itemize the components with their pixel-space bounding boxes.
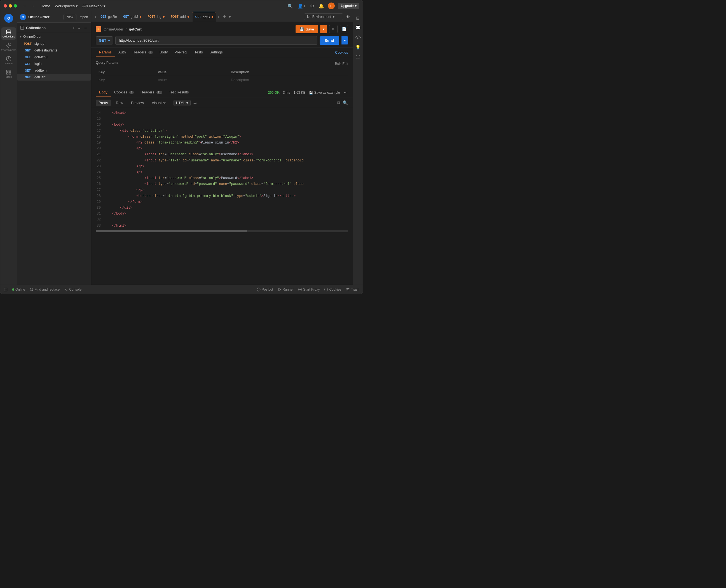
tab-settings[interactable]: Settings xyxy=(206,48,226,57)
runner-button[interactable]: Runner xyxy=(278,288,294,292)
find-replace-button[interactable]: Find and replace xyxy=(30,288,60,292)
collection-item-getcart[interactable]: GET getCart xyxy=(17,74,91,81)
environment-selector[interactable]: No Environment ▾ xyxy=(304,14,343,20)
workspace-avatar[interactable]: O xyxy=(4,14,13,23)
nav-fwd-button[interactable]: → xyxy=(30,3,36,9)
code-button[interactable]: </> xyxy=(354,33,362,42)
nav-back-button[interactable]: ← xyxy=(22,3,28,9)
more-options-button[interactable]: ··· xyxy=(83,25,88,30)
format-selector[interactable]: HTML ▾ xyxy=(174,100,190,106)
sort-collections-button[interactable]: ≡ xyxy=(77,25,81,30)
response-status: 200 OK 3 ms 1.63 KB 💾 Save as example ··… xyxy=(268,89,348,96)
tab-prereq[interactable]: Pre-req. xyxy=(171,48,191,57)
close-button[interactable] xyxy=(4,4,7,7)
home-link[interactable]: Home xyxy=(41,4,51,8)
collections-panel: O OnlineOrder New Import Collections + ≡… xyxy=(17,12,91,285)
add-tab-button[interactable]: + xyxy=(222,13,227,20)
edit-icon-button[interactable]: ✏ xyxy=(329,25,338,33)
collections-label: Collections xyxy=(2,35,15,38)
tab-auth[interactable]: Auth xyxy=(115,48,129,57)
docs-icon-button[interactable]: 📄 xyxy=(340,25,348,33)
start-proxy-button[interactable]: Start Proxy xyxy=(298,288,320,292)
api-network-dropdown[interactable]: API Network ▾ xyxy=(82,4,105,8)
tab-getc[interactable]: GET getC xyxy=(193,12,216,22)
upgrade-button[interactable]: Upgrade ▾ xyxy=(338,3,359,9)
response-tab-test-results[interactable]: Test Results xyxy=(166,88,192,97)
env-manage-button[interactable]: 👁 xyxy=(345,14,350,20)
tab-getre[interactable]: GET getRe xyxy=(98,12,120,22)
tab-headers[interactable]: Headers 7 xyxy=(129,48,156,57)
collection-item-additem[interactable]: GET addItem xyxy=(17,67,91,74)
code-tab-raw[interactable]: Raw xyxy=(113,100,126,106)
comments-button[interactable]: 💬 xyxy=(354,23,362,32)
code-line-19: 19 <h2 class="form-signin-heading">Pleas… xyxy=(91,140,352,146)
word-wrap-button[interactable]: ⇌ xyxy=(193,100,197,106)
right-panel-toggle[interactable]: ⊟ xyxy=(355,14,361,22)
tabs-more-button[interactable]: ▾ xyxy=(227,14,232,20)
bulk-edit-button[interactable]: ··· Bulk Edit xyxy=(331,62,348,66)
new-button[interactable]: New xyxy=(63,14,76,20)
tabs-prev-button[interactable]: ‹ xyxy=(94,14,97,20)
workspaces-dropdown[interactable]: Workspaces ▾ xyxy=(55,4,78,8)
add-collection-button[interactable]: + xyxy=(72,25,76,30)
panel-toggle-button[interactable] xyxy=(4,288,7,292)
console-button[interactable]: Console xyxy=(64,288,81,292)
code-tab-preview[interactable]: Preview xyxy=(128,100,147,106)
tab-log[interactable]: POST log xyxy=(145,12,167,22)
sidebar-item-history[interactable]: History xyxy=(1,54,16,67)
trash-button[interactable]: Trash xyxy=(346,288,359,292)
svg-point-3 xyxy=(8,45,9,46)
user-avatar[interactable]: P xyxy=(328,2,335,9)
url-input[interactable] xyxy=(115,36,317,45)
search-response-button[interactable]: 🔍 xyxy=(343,100,348,105)
search-icon-button[interactable]: 🔍 xyxy=(287,3,294,9)
collection-item-getmenu[interactable]: GET getMenu xyxy=(17,54,91,60)
sidebar-item-environments[interactable]: Environments xyxy=(1,41,16,53)
maximize-button[interactable] xyxy=(14,4,17,7)
send-dropdown-button[interactable]: ▾ xyxy=(341,36,348,44)
send-button[interactable]: Send xyxy=(320,36,339,45)
cookies-link[interactable]: Cookies xyxy=(335,50,348,55)
save-dropdown-button[interactable]: ▾ xyxy=(320,25,327,33)
collection-item-getrestaurants[interactable]: GET getRestaurants xyxy=(17,47,91,54)
code-line-29: 29 </form> xyxy=(91,199,352,205)
key-placeholder[interactable]: Key xyxy=(96,76,155,84)
settings-icon-button[interactable]: ⚙ xyxy=(309,3,315,9)
save-example-button[interactable]: 💾 Save as example xyxy=(309,91,340,94)
collection-item-signup[interactable]: POST signup xyxy=(17,40,91,47)
breadcrumb-collection: OnlineOrder xyxy=(104,27,123,31)
lightbulb-button[interactable]: 💡 xyxy=(354,43,362,51)
tab-tests[interactable]: Tests xyxy=(191,48,206,57)
tabs-next-button[interactable]: › xyxy=(217,14,220,20)
postbot-button[interactable]: Postbot xyxy=(257,288,273,292)
method-select[interactable]: GET ▾ xyxy=(96,36,113,44)
collection-item-login[interactable]: GET login xyxy=(17,60,91,67)
collection-group[interactable]: ▾ OnlineOrder xyxy=(17,33,91,40)
info-button[interactable]: ⓘ xyxy=(355,52,361,62)
method-get-badge-2: GET xyxy=(23,56,33,59)
sidebar-item-mock[interactable]: Mock xyxy=(1,68,16,80)
invite-icon-button[interactable]: 👤+ xyxy=(297,3,306,9)
tab-body[interactable]: Body xyxy=(156,48,171,57)
response-tab-body[interactable]: Body xyxy=(96,88,111,97)
minimize-button[interactable] xyxy=(9,4,12,7)
sidebar-item-collections[interactable]: Collections xyxy=(1,27,16,40)
cookies-bottom-button[interactable]: Cookies xyxy=(324,288,341,292)
value-placeholder[interactable]: Value xyxy=(155,76,228,84)
postbot-label: Postbot xyxy=(262,288,273,292)
import-button[interactable]: Import xyxy=(79,15,88,19)
tab-params[interactable]: Params xyxy=(96,48,115,57)
save-button[interactable]: 💾 Save xyxy=(296,25,318,33)
online-dot xyxy=(12,288,14,291)
copy-response-button[interactable]: ⧉ xyxy=(337,100,340,105)
code-tab-visualize[interactable]: Visualize xyxy=(149,100,169,106)
tab-add[interactable]: POST add xyxy=(168,12,192,22)
response-tab-headers[interactable]: Headers 11 xyxy=(137,88,166,97)
notifications-icon-button[interactable]: 🔔 xyxy=(318,3,325,9)
response-tab-cookies[interactable]: Cookies 1 xyxy=(111,88,137,97)
code-tab-pretty[interactable]: Pretty xyxy=(96,100,111,106)
more-response-options-button[interactable]: ··· xyxy=(343,89,348,96)
line-number: 16 xyxy=(96,122,104,128)
tab-getm[interactable]: GET getM xyxy=(120,12,144,22)
desc-placeholder[interactable]: Description xyxy=(228,76,348,84)
